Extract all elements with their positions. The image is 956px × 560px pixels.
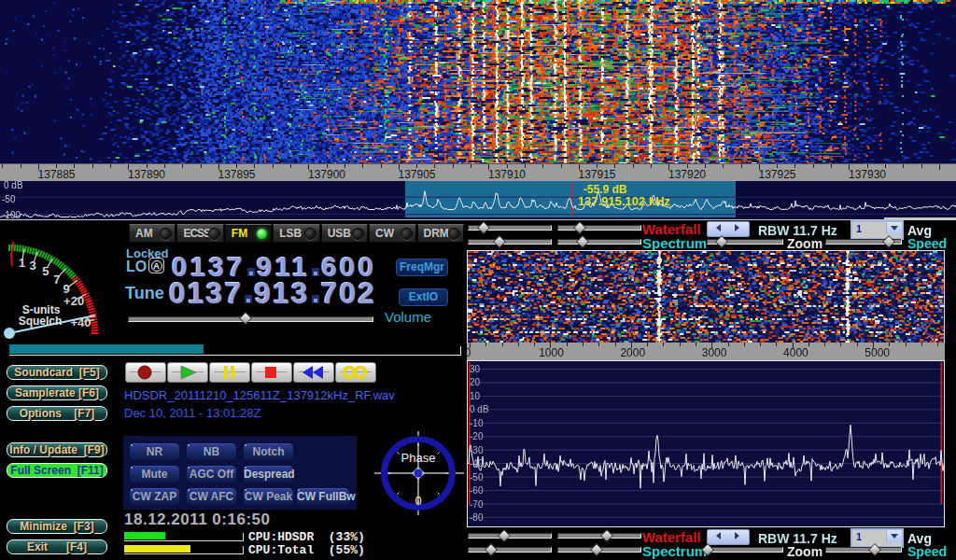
svg-text:7: 7	[53, 273, 60, 287]
svg-text:5: 5	[42, 264, 49, 278]
svg-text:0: 0	[415, 494, 421, 508]
svg-text:1: 1	[19, 256, 25, 270]
svg-text:Phase: Phase	[401, 451, 436, 465]
svg-text:Squelch: Squelch	[19, 315, 63, 328]
svg-text:3: 3	[30, 259, 36, 273]
svg-text:+20: +20	[63, 294, 84, 308]
